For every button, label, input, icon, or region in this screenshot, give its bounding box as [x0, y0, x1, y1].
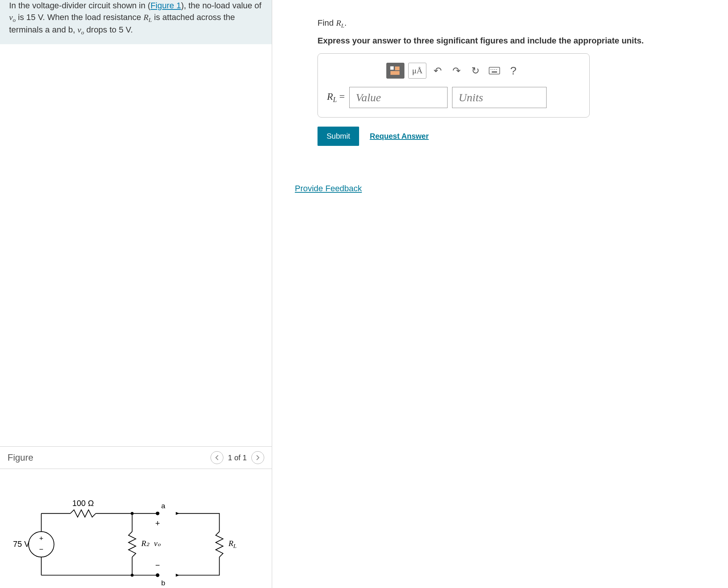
svg-text:75 V: 75 V [13, 540, 30, 548]
request-answer-link[interactable]: Request Answer [370, 132, 429, 141]
svg-rect-27 [390, 71, 400, 75]
reset-icon[interactable]: ↻ [468, 63, 483, 78]
svg-rect-25 [390, 67, 393, 70]
figure-title: Figure [8, 452, 33, 463]
answer-box: μÅ ↶ ↷ ↻ ? RL = [318, 53, 590, 118]
svg-text:−: − [39, 545, 43, 553]
svg-rect-33 [492, 71, 497, 73]
figure-pager: 1 of 1 [228, 453, 247, 462]
undo-icon[interactable]: ↶ [430, 63, 445, 78]
svg-text:RL: RL [228, 539, 236, 549]
svg-point-30 [493, 69, 493, 70]
svg-text:100 Ω: 100 Ω [72, 499, 94, 508]
units-input[interactable] [452, 87, 547, 108]
svg-point-29 [491, 69, 491, 70]
svg-text:a: a [161, 502, 166, 510]
circuit-figure: + − 100 Ω 75 V R₂ vₒ + − a b [0, 469, 272, 588]
svg-point-31 [494, 69, 495, 70]
svg-text:−: − [155, 561, 160, 569]
template-tool-icon[interactable] [386, 63, 404, 79]
svg-text:+: + [39, 534, 43, 542]
svg-point-32 [496, 69, 497, 70]
svg-rect-28 [489, 67, 500, 74]
svg-text:R₂: R₂ [141, 539, 150, 548]
svg-point-13 [156, 573, 160, 577]
svg-text:+: + [155, 519, 160, 528]
value-input[interactable] [349, 87, 448, 108]
svg-rect-26 [395, 67, 400, 70]
svg-point-4 [156, 512, 160, 515]
question-instructions: Express your answer to three significant… [318, 36, 717, 46]
provide-feedback-link[interactable]: Provide Feedback [295, 184, 362, 193]
problem-statement: In the voltage-divider circuit shown in … [0, 0, 272, 44]
variable-label: RL = [327, 91, 345, 104]
svg-text:b: b [161, 579, 166, 586]
question-prompt: Find RL. [318, 18, 717, 29]
help-icon[interactable]: ? [506, 63, 521, 78]
figure-next-button[interactable] [251, 451, 264, 464]
figure-prev-button[interactable] [211, 451, 223, 464]
keyboard-icon[interactable] [487, 63, 502, 78]
figure-link[interactable]: Figure 1 [150, 1, 181, 10]
redo-icon[interactable]: ↷ [449, 63, 464, 78]
units-tool[interactable]: μÅ [408, 63, 426, 79]
svg-text:vₒ: vₒ [154, 539, 161, 548]
submit-button[interactable]: Submit [318, 127, 359, 146]
